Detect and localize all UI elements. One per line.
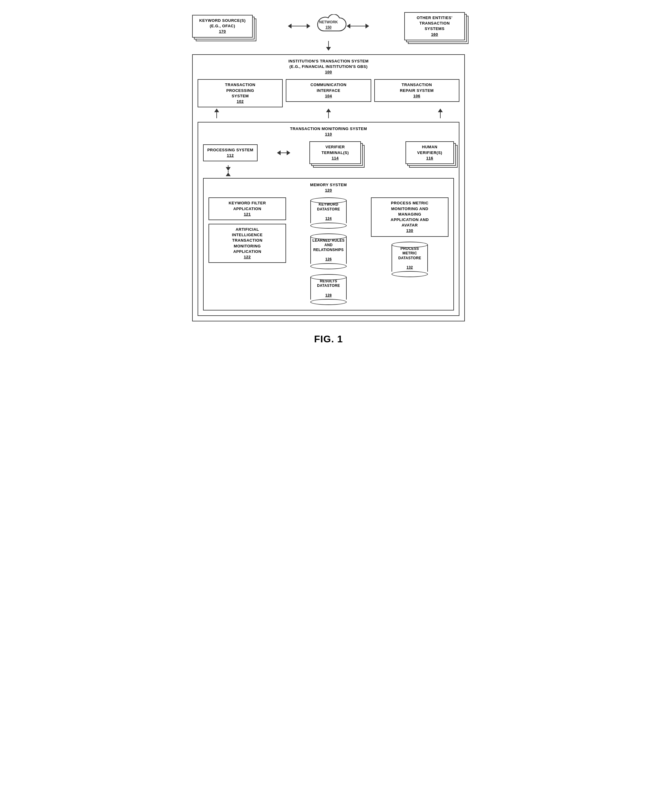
vt-box: VERIFIERTERMINAL(S) 114 <box>310 141 361 164</box>
memory-box: MEMORY SYSTEM 120 KEYWORD FILTERAPPLICAT… <box>203 178 454 311</box>
right-network-arrow <box>347 23 369 28</box>
aitma-box: ARTIFICIALINTELLIGENCETRANSACTIONMONITOR… <box>209 224 286 263</box>
institution-title: INSTITUTION'S TRANSACTION SYSTEM (E.G., … <box>198 59 459 75</box>
institution-three-boxes: TRANSACTIONPROCESSINGSYSTEM 102 COMMUNIC… <box>198 79 459 107</box>
memory-right-col: PROCESS METRICMONITORING ANDMANAGINGAPPL… <box>371 197 448 277</box>
memory-center-col: KEYWORD DATASTORE 124 LEARNED RULES ANDR… <box>290 197 367 305</box>
hv-container: HUMANVERIFIER(S) 116 <box>405 141 454 164</box>
ps-box: PROCESSING SYSTEM 112 <box>203 144 258 161</box>
institution-arrows <box>198 109 459 121</box>
network-cloud: NETWORK 150 <box>310 14 347 38</box>
top-row: KEYWORD SOURCE(S)(E.G., OFAC) 170 <box>192 12 465 40</box>
keyword-source-container: KEYWORD SOURCE(S)(E.G., OFAC) 170 <box>192 15 253 37</box>
pmma-box: PROCESS METRICMONITORING ANDMANAGINGAPPL… <box>371 197 448 236</box>
ci-box: COMMUNICATIONINTERFACE 104 <box>286 79 371 102</box>
hv-box: HUMANVERIFIER(S) 116 <box>405 141 454 164</box>
vt-container: VERIFIERTERMINAL(S) 114 <box>310 141 361 164</box>
tms-box: TRANSACTION MONITORING SYSTEM 110 PROCES… <box>198 122 459 316</box>
memory-left-col: KEYWORD FILTERAPPLICATION 121 ARTIFICIAL… <box>209 197 286 263</box>
kfa-box: KEYWORD FILTERAPPLICATION 121 <box>209 197 286 220</box>
keyword-source-ref: 170 <box>196 29 249 34</box>
lrr-datastore: LEARNED RULES ANDRELATIONSHIPS 126 <box>310 233 347 269</box>
svg-text:150: 150 <box>325 25 332 30</box>
other-entities-ref: 160 <box>408 32 461 37</box>
memory-grid: KEYWORD FILTERAPPLICATION 121 ARTIFICIAL… <box>209 197 448 305</box>
network-section: NETWORK 150 <box>288 14 369 38</box>
tps-box: TRANSACTIONPROCESSINGSYSTEM 102 <box>198 79 283 107</box>
left-network-arrow <box>288 23 310 28</box>
fig-label: FIG. 1 <box>314 334 343 345</box>
svg-text:NETWORK: NETWORK <box>319 20 338 24</box>
results-datastore: RESULTS DATASTORE 128 <box>310 274 347 305</box>
tps-arrow <box>214 109 219 121</box>
network-arrows-row: NETWORK 150 <box>288 14 369 38</box>
tms-title: TRANSACTION MONITORING SYSTEM 110 <box>203 126 454 137</box>
institution-box: INSTITUTION'S TRANSACTION SYSTEM (E.G., … <box>192 54 465 322</box>
other-entities-box: OTHER ENTITIES'TRANSACTIONSYSTEMS 160 <box>404 12 465 40</box>
tms-inner-row: PROCESSING SYSTEM 112 VERIFIERTERMINAL(S… <box>203 141 454 164</box>
keyword-source-box: KEYWORD SOURCE(S)(E.G., OFAC) 170 <box>192 15 253 37</box>
institution-ref: 100 <box>198 69 459 75</box>
trs-arrow <box>438 109 443 121</box>
pmd-datastore: PROCESS METRICDATASTORE 132 <box>392 242 428 278</box>
keyword-source-label: KEYWORD SOURCE(S)(E.G., OFAC) <box>199 18 246 28</box>
network-to-institution-arrow <box>326 41 331 51</box>
other-entities-label: OTHER ENTITIES'TRANSACTIONSYSTEMS <box>417 16 453 31</box>
keyword-datastore: KEYWORD DATASTORE 124 <box>310 197 347 228</box>
ps-vt-arrow <box>277 150 290 155</box>
memory-title: MEMORY SYSTEM 120 <box>209 182 448 193</box>
trs-box: TRANSACTIONREPAIR SYSTEM 106 <box>374 79 459 102</box>
ci-arrow <box>326 109 331 121</box>
page-container: KEYWORD SOURCE(S)(E.G., OFAC) 170 <box>192 12 465 345</box>
other-entities-container: OTHER ENTITIES'TRANSACTIONSYSTEMS 160 <box>404 12 465 40</box>
